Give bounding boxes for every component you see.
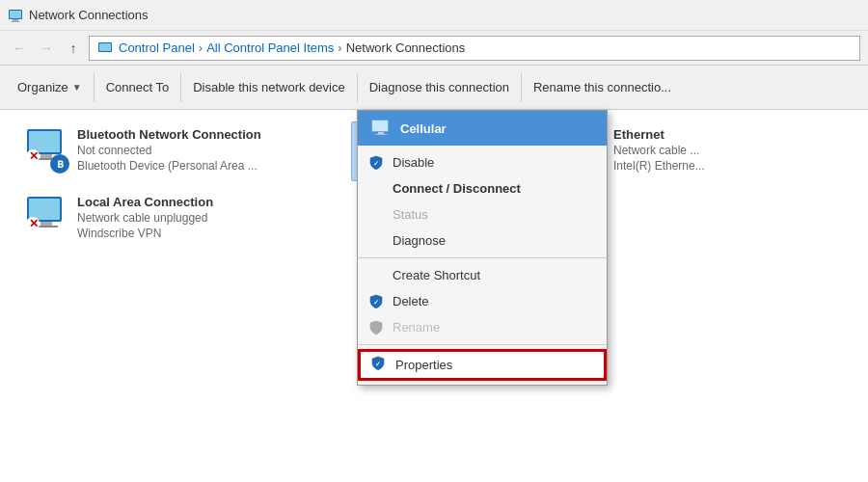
context-menu-item-diagnose[interactable]: Diagnose [358,228,607,254]
network-item-status: Network cable ... [613,144,737,157]
network-item-info: Local Area Connection Network cable unpl… [77,195,336,240]
svg-rect-37 [375,134,387,135]
svg-text:✓: ✓ [375,361,381,367]
network-item-name: Bluetooth Network Connection [77,127,336,142]
breadcrumb-current: Network Connections [346,40,466,55]
svg-rect-3 [10,11,21,18]
context-menu-item-label: Delete [393,294,429,308]
network-item-detail: Bluetooth Device (Personal Area ... [77,159,336,173]
context-menu-item-label: Connect / Disconnect [393,181,521,196]
forward-button[interactable]: → [35,37,58,60]
rename-button[interactable]: Rename this connectio... [524,69,681,106]
network-item-icon: ✕ [23,195,69,241]
shield-icon-rename [367,319,385,336]
address-box[interactable]: Control Panel › All Control Panel Items … [89,36,860,61]
svg-text:✕: ✕ [29,217,39,230]
context-menu-sep-1 [358,257,607,258]
list-item[interactable]: ✕ Local Area Connection Network cable un… [15,189,343,247]
context-menu-item-create-shortcut[interactable]: Create Shortcut [358,262,607,288]
context-menu-item-status: Status [358,201,607,228]
context-menu-item-rename[interactable]: Rename [358,314,607,340]
address-bar: ← → ↑ Control Panel › All Control Panel … [0,31,868,66]
bluetooth-badge: ʙ [50,154,69,174]
disable-button[interactable]: Disable this network device [183,69,355,106]
title-bar: Network Connections [0,0,868,31]
network-item-status: Network cable unplugged [77,211,336,225]
svg-rect-24 [41,222,52,226]
context-menu-header-icon [369,119,393,138]
shield-icon-properties: ✓ [370,356,386,374]
connect-to-button[interactable]: Connect To [96,69,179,106]
shield-icon-delete: ✓ [367,293,385,310]
svg-rect-36 [378,132,384,134]
context-menu-item-properties[interactable]: ✓ Properties [358,349,607,381]
context-menu-sep-2 [358,344,607,345]
svg-rect-2 [11,21,20,22]
toolbar-sep-4 [521,73,522,102]
context-menu-header: Cellular [358,111,607,146]
monitor-icon: ✕ [23,195,69,233]
svg-rect-5 [99,43,111,51]
window-title: Network Connections [29,8,149,22]
toolbar: Organize ▼ Connect To Disable this netwo… [0,66,868,110]
network-item-detail: Intel(R) Etherne... [613,159,737,173]
list-item[interactable]: ✕ ʙ Bluetooth Network Connection Not con… [15,121,343,181]
back-button[interactable]: ← [8,37,31,60]
network-item-detail: Windscribe VPN [77,227,336,240]
address-icon [97,40,113,56]
svg-rect-1 [13,19,18,21]
breadcrumb-all-items[interactable]: All Control Panel Items [206,40,334,55]
breadcrumb-control-panel[interactable]: Control Panel [119,40,195,55]
context-menu-item-connect[interactable]: Connect / Disconnect [358,175,607,201]
diagnose-button[interactable]: Diagnose this connection [360,69,519,106]
context-menu-title: Cellular [400,121,447,136]
context-menu-item-delete[interactable]: ✓ Delete [358,288,607,314]
network-item-info: Ethernet Network cable ... Intel(R) Ethe… [613,127,737,173]
svg-text:✓: ✓ [373,160,379,167]
shield-icon: ✓ [367,154,385,172]
context-menu-item-label: Status [393,207,428,222]
organize-button[interactable]: Organize ▼ [8,69,92,106]
main-content: ✕ ʙ Bluetooth Network Connection Not con… [0,110,868,482]
context-menu-item-label: Diagnose [393,233,446,248]
svg-rect-35 [372,120,388,131]
context-menu-item-label: Rename [393,320,440,335]
toolbar-sep-1 [94,73,95,102]
up-button[interactable]: ↑ [62,37,85,60]
window-icon [8,8,23,23]
organize-dropdown-arrow: ▼ [72,82,82,93]
toolbar-sep-2 [180,73,181,102]
toolbar-sep-3 [357,73,358,102]
context-menu-item-disable[interactable]: ✓ Disable [358,149,607,175]
context-menu-item-label: Disable [393,155,434,170]
network-item-icon: ✕ ʙ [23,127,69,174]
properties-label: Properties [395,358,452,372]
context-menu-item-label: Create Shortcut [393,268,480,282]
svg-text:✓: ✓ [373,299,379,306]
network-item-info: Bluetooth Network Connection Not connect… [77,127,336,173]
svg-text:✕: ✕ [29,149,39,163]
network-item-status: Not connected [77,144,336,157]
network-item-name: Local Area Connection [77,195,336,209]
network-item-name: Ethernet [613,127,737,142]
svg-rect-8 [41,154,52,158]
context-menu: Cellular ✓ Disable Connect / Disconnect … [357,110,608,386]
